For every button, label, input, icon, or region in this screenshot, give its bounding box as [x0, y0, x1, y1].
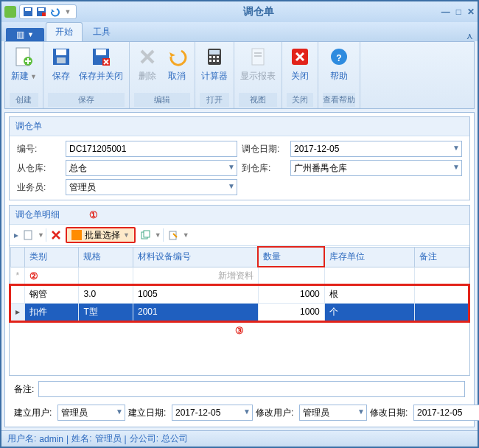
table-row-selected[interactable]: ▸ 扣件 T型 2001 1000 个 [10, 303, 469, 321]
maximize-button[interactable]: □ [456, 7, 461, 17]
op-label: 业务员: [17, 181, 61, 194]
svg-rect-23 [254, 55, 262, 57]
svg-rect-3 [38, 8, 44, 11]
col-unit[interactable]: 库存单位 [324, 247, 414, 267]
status-branch-value: 总公司 [161, 433, 188, 445]
qat-undo-icon[interactable] [49, 6, 60, 18]
svg-rect-1 [25, 8, 31, 11]
qat-dropdown-icon[interactable]: ▼ [62, 6, 74, 18]
window-title: 调仓单 [77, 5, 441, 18]
new-row-placeholder[interactable]: * ② 新增资料 [10, 267, 469, 285]
svg-rect-20 [217, 60, 219, 62]
group-view: 显示报表 视图 [234, 42, 282, 108]
footer-form: 建立用户: 管理员▼ 建立日期: 2017-12-05▼ 修改用户: 管理员▼ … [7, 400, 472, 425]
note-row: 备注: [7, 378, 472, 400]
no-input[interactable]: DC171205001 [66, 141, 237, 157]
svg-rect-19 [213, 60, 215, 62]
date-label: 调仓日期: [242, 143, 286, 155]
from-input[interactable]: 总仓▼ [66, 160, 237, 176]
ribbon-collapse-icon[interactable]: ⋏ [462, 31, 478, 41]
date-input[interactable]: 2017-12-05▼ [290, 141, 462, 157]
delete-button[interactable]: 删除 [134, 43, 161, 83]
titlebar: ▼ 调仓单 — □ ✕ [1, 1, 478, 22]
edit-button[interactable] [165, 227, 181, 243]
group-open: 计算器 打开 [195, 42, 234, 108]
col-spec[interactable]: 规格 [79, 247, 133, 267]
note-label: 备注: [14, 383, 34, 396]
status-user-label: 用户名: [7, 433, 36, 445]
ribbon: 新建▼ 创建 保存 保存并关闭 保存 删除 取消 编辑 计算器 打开 [4, 41, 475, 109]
dropdown-icon[interactable]: ▼ [183, 231, 189, 239]
dropdown-icon[interactable]: ▼ [155, 231, 161, 239]
status-name-value: 管理员 [95, 433, 122, 445]
no-label: 编号: [17, 143, 61, 155]
chevron-down-icon[interactable]: ▼ [228, 182, 235, 190]
status-user-value: admin [39, 434, 63, 444]
note-input[interactable] [38, 381, 465, 397]
to-label: 到仓库: [242, 162, 286, 175]
dropdown-icon[interactable]: ▼ [38, 231, 44, 239]
file-tab[interactable]: ▥▼ [6, 28, 44, 41]
mark-3: ③ [235, 325, 244, 336]
minimize-button[interactable]: — [441, 7, 450, 17]
delete-row-button[interactable] [48, 227, 64, 243]
svg-text:?: ? [336, 53, 341, 63]
mark-2: ② [29, 270, 38, 281]
group-save: 保存 保存并关闭 保存 [43, 42, 130, 108]
group-close: 关闭 关闭 [282, 42, 318, 108]
calculator-button[interactable]: 计算器 [200, 43, 229, 83]
col-category[interactable]: 类别 [25, 247, 79, 267]
table-row[interactable]: 钢管 3.0 1005 1000 根 [10, 285, 469, 304]
op-input[interactable]: 管理员▼ [66, 179, 237, 195]
to-input[interactable]: 广州番禺仓库▼ [290, 160, 462, 176]
tab-tools[interactable]: 工具 [84, 23, 119, 41]
cu-label: 建立用户: [14, 407, 55, 419]
svg-rect-4 [42, 13, 46, 16]
status-bar: 用户名: admin | 姓名: 管理员 | 分公司: 总公司 [1, 430, 478, 447]
mu-label: 修改用户: [256, 407, 296, 419]
qat-saveclose-icon[interactable] [35, 6, 47, 18]
col-note[interactable]: 备注 [414, 247, 469, 267]
col-code[interactable]: 材料设备编号 [133, 247, 258, 267]
new-button[interactable]: 新建▼ [10, 43, 38, 83]
mark-1: ① [89, 209, 98, 220]
app-icon [4, 6, 16, 18]
detail-pane: 调仓单明细 ① ▸ ▼ 批量选择 ▼ ▼ ▼ [9, 205, 470, 376]
report-button[interactable]: 显示报表 [239, 43, 277, 83]
content-area: 调仓单 编号: DC171205001 调仓日期: 2017-12-05▼ 从仓… [4, 112, 475, 427]
svg-rect-16 [213, 56, 215, 58]
batch-select-button[interactable]: 批量选择 ▼ [66, 227, 136, 243]
new-row-button[interactable] [20, 227, 36, 243]
cd-input[interactable]: 2017-12-05▼ [172, 405, 253, 421]
list-icon [71, 230, 82, 240]
from-label: 从仓库: [17, 162, 61, 175]
status-name-label: 姓名: [71, 433, 91, 445]
cu-input[interactable]: 管理员▼ [57, 405, 125, 421]
close-window-button[interactable]: ✕ [467, 7, 475, 17]
chevron-down-icon[interactable]: ▼ [452, 144, 460, 152]
svg-rect-8 [56, 49, 66, 55]
chevron-down-icon[interactable]: ▼ [452, 163, 460, 171]
svg-rect-29 [144, 231, 150, 237]
help-button[interactable]: ?帮助 [326, 43, 352, 83]
cancel-button[interactable]: 取消 [164, 43, 190, 83]
indicator-icon: ▸ [14, 230, 18, 240]
tab-start[interactable]: 开始 [46, 22, 83, 41]
svg-rect-18 [209, 60, 211, 62]
close-button[interactable]: 关闭 [287, 43, 313, 83]
detail-table: 类别 规格 材料设备编号 数量 库存单位 备注 * ② 新增资料 [10, 246, 469, 322]
detail-toolbar: ▸ ▼ 批量选择 ▼ ▼ ▼ [10, 225, 469, 246]
chevron-down-icon[interactable]: ▼ [228, 163, 235, 171]
save-button[interactable]: 保存 [48, 43, 74, 83]
copy-button[interactable] [137, 227, 153, 243]
status-branch-label: 分公司: [130, 433, 158, 445]
col-qty[interactable]: 数量 [258, 247, 324, 267]
mu-input[interactable]: 管理员▼ [299, 405, 367, 421]
svg-rect-14 [209, 50, 220, 55]
md-input[interactable]: 2017-12-05▼ [413, 405, 479, 421]
svg-rect-9 [57, 57, 66, 63]
svg-rect-15 [209, 56, 211, 58]
qat-save-icon[interactable] [22, 6, 34, 18]
saveclose-button[interactable]: 保存并关闭 [77, 43, 125, 83]
svg-rect-27 [24, 231, 32, 239]
